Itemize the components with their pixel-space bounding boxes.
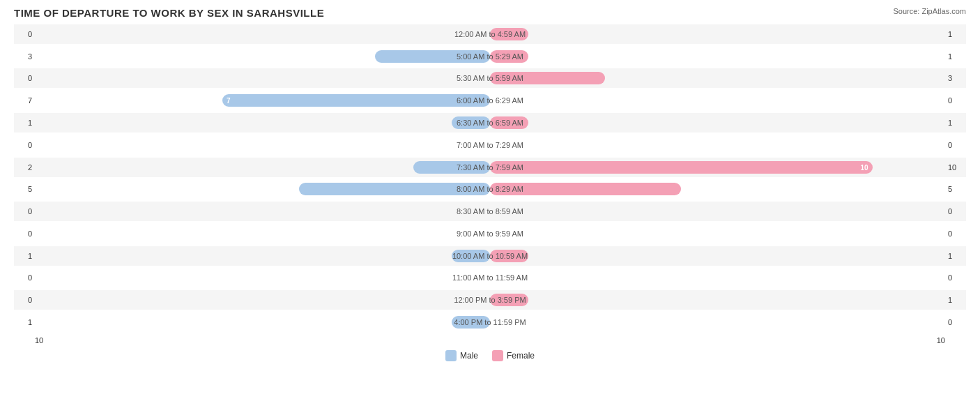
table-row: 012:00 AM to 4:59 AM1 (14, 24, 966, 44)
axis-right: 10 (937, 336, 945, 345)
female-value: 5 (945, 185, 966, 193)
male-value: 1 (14, 119, 35, 127)
source-label: Source: ZipAtlas.com (893, 7, 966, 15)
male-value: 0 (14, 296, 35, 304)
time-label: 11:00 AM to 11:59 AM (452, 273, 528, 282)
bars-section: 5:30 AM to 5:59 AM (35, 68, 945, 88)
bar-value-badge: 7 (227, 97, 231, 105)
male-bar (375, 50, 490, 63)
female-value: 1 (945, 30, 966, 38)
male-value: 3 (14, 52, 35, 61)
bar-value-badge: 10 (860, 163, 868, 171)
female-bar (490, 50, 528, 63)
table-row: 76:00 AM to 6:29 AM70 (14, 91, 966, 110)
table-row: 07:00 AM to 7:29 AM0 (14, 135, 966, 155)
female-value: 1 (945, 52, 966, 61)
bars-section: 6:30 AM to 6:59 AM (35, 113, 945, 133)
female-value: 1 (945, 119, 966, 127)
female-value: 0 (945, 273, 966, 282)
female-value: 1 (945, 296, 966, 304)
male-bar (452, 316, 490, 329)
male-value: 0 (14, 141, 35, 149)
bars-section: 6:00 AM to 6:29 AM7 (35, 91, 945, 110)
male-bar (452, 116, 490, 129)
male-bar (413, 161, 490, 174)
time-label: 8:30 AM to 8:59 AM (457, 207, 523, 216)
bars-section: 7:00 AM to 7:29 AM (35, 135, 945, 155)
bars-section: 4:00 PM to 11:59 PM (35, 312, 945, 332)
bars-section: 10:00 AM to 10:59 AM (35, 246, 945, 266)
chart-title: TIME OF DEPARTURE TO WORK BY SEX IN SARA… (14, 7, 966, 19)
female-bar (490, 183, 681, 195)
female-value: 0 (945, 318, 966, 326)
bars-section: 12:00 AM to 4:59 AM (35, 24, 945, 44)
bars-section: 8:30 AM to 8:59 AM (35, 202, 945, 221)
legend-female-box (492, 350, 503, 361)
male-value: 1 (14, 252, 35, 260)
table-row: 110:00 AM to 10:59 AM1 (14, 246, 966, 266)
female-bar (490, 72, 605, 84)
chart-area: 012:00 AM to 4:59 AM135:00 AM to 5:29 AM… (14, 23, 966, 354)
bars-section: 11:00 AM to 11:59 AM (35, 268, 945, 287)
time-label: 7:00 AM to 7:29 AM (457, 141, 523, 149)
table-row: 05:30 AM to 5:59 AM3 (14, 68, 966, 88)
table-row: 012:00 PM to 3:59 PM1 (14, 290, 966, 310)
male-value: 0 (14, 74, 35, 82)
bars-section: 7:30 AM to 7:59 AM10 (35, 158, 945, 177)
female-bar (490, 294, 528, 306)
rows-container: 012:00 AM to 4:59 AM135:00 AM to 5:29 AM… (14, 23, 966, 333)
legend-male-label: Male (460, 351, 478, 361)
legend-female: Female (492, 350, 535, 361)
female-value: 10 (945, 163, 966, 172)
female-value: 0 (945, 229, 966, 238)
chart-container: TIME OF DEPARTURE TO WORK BY SEX IN SARA… (0, 0, 980, 415)
male-value: 0 (14, 207, 35, 216)
male-bar: 7 (222, 94, 490, 107)
female-bar: 10 (490, 161, 873, 174)
table-row: 58:00 AM to 8:29 AM5 (14, 179, 966, 199)
male-value: 0 (14, 30, 35, 38)
male-bar (299, 183, 490, 195)
bars-section: 8:00 AM to 8:29 AM (35, 179, 945, 199)
female-value: 0 (945, 207, 966, 216)
table-row: 08:30 AM to 8:59 AM0 (14, 202, 966, 221)
male-value: 0 (14, 273, 35, 282)
axis-left: 10 (35, 336, 43, 345)
male-bar (452, 250, 490, 262)
legend: Male Female (14, 350, 966, 361)
female-value: 3 (945, 74, 966, 82)
table-row: 14:00 PM to 11:59 PM0 (14, 312, 966, 332)
female-value: 1 (945, 252, 966, 260)
legend-female-label: Female (507, 351, 535, 361)
male-value: 7 (14, 96, 35, 105)
table-row: 16:30 AM to 6:59 AM1 (14, 113, 966, 133)
table-row: 09:00 AM to 9:59 AM0 (14, 224, 966, 243)
male-value: 5 (14, 185, 35, 193)
bars-section: 5:00 AM to 5:29 AM (35, 47, 945, 66)
male-value: 2 (14, 163, 35, 172)
female-bar (490, 116, 528, 129)
legend-male: Male (445, 350, 478, 361)
female-value: 0 (945, 141, 966, 149)
table-row: 35:00 AM to 5:29 AM1 (14, 47, 966, 66)
female-bar (490, 28, 528, 40)
table-row: 011:00 AM to 11:59 AM0 (14, 268, 966, 287)
axis-labels: 10 10 (14, 336, 966, 345)
male-value: 0 (14, 229, 35, 238)
male-value: 1 (14, 318, 35, 326)
female-bar (490, 250, 528, 262)
bars-section: 9:00 AM to 9:59 AM (35, 224, 945, 243)
female-value: 0 (945, 96, 966, 105)
legend-male-box (445, 350, 457, 361)
time-label: 9:00 AM to 9:59 AM (457, 229, 523, 238)
table-row: 27:30 AM to 7:59 AM1010 (14, 158, 966, 177)
bars-section: 12:00 PM to 3:59 PM (35, 290, 945, 310)
